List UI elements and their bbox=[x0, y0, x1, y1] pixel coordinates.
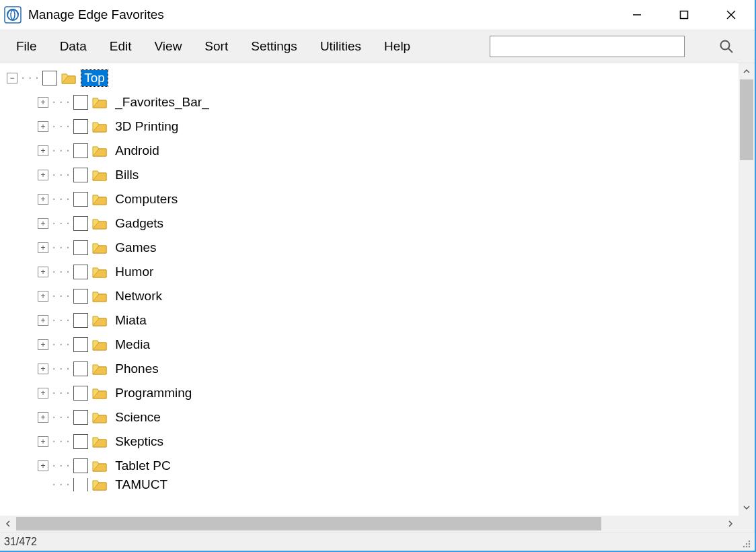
expand-toggle[interactable]: + bbox=[38, 218, 48, 229]
node-label[interactable]: Games bbox=[112, 240, 159, 256]
tree-row[interactable]: +··· Science bbox=[7, 405, 739, 429]
tree-row[interactable]: +··· Humor bbox=[7, 260, 739, 284]
checkbox[interactable] bbox=[73, 216, 88, 231]
checkbox[interactable] bbox=[73, 410, 88, 425]
node-label[interactable]: Top bbox=[81, 70, 108, 86]
tree-row[interactable]: + ··· _Favorites_Bar_ bbox=[7, 90, 739, 114]
menu-help[interactable]: Help bbox=[384, 39, 410, 54]
scroll-down-button[interactable] bbox=[739, 499, 755, 516]
tree-row[interactable]: +··· Android bbox=[7, 139, 739, 163]
expand-toggle[interactable]: + bbox=[38, 364, 48, 374]
node-label[interactable]: TAMUCT bbox=[112, 478, 170, 491]
checkbox[interactable] bbox=[73, 458, 88, 473]
menu-settings[interactable]: Settings bbox=[251, 39, 297, 54]
search-input[interactable] bbox=[490, 36, 685, 57]
expand-toggle[interactable]: + bbox=[38, 388, 48, 399]
node-label[interactable]: Phones bbox=[112, 361, 161, 377]
scroll-thumb[interactable] bbox=[16, 517, 601, 530]
expand-toggle[interactable]: + bbox=[38, 97, 48, 108]
node-label[interactable]: Computers bbox=[112, 191, 180, 207]
title-bar: Manage Edge Favorites bbox=[0, 0, 755, 30]
node-label[interactable]: Bills bbox=[112, 167, 141, 183]
node-label[interactable]: Android bbox=[112, 143, 162, 159]
folder-icon bbox=[92, 193, 107, 206]
checkbox[interactable] bbox=[73, 143, 88, 158]
node-label[interactable]: Skeptics bbox=[112, 434, 166, 450]
checkbox[interactable] bbox=[73, 289, 88, 304]
checkbox[interactable] bbox=[73, 240, 88, 255]
maximize-button[interactable] bbox=[660, 0, 708, 30]
scroll-right-button[interactable] bbox=[722, 516, 739, 532]
checkbox[interactable] bbox=[73, 478, 88, 491]
expand-toggle[interactable]: + bbox=[38, 436, 48, 447]
tree-row[interactable]: +··· Network bbox=[7, 284, 739, 308]
node-label[interactable]: Humor bbox=[112, 264, 156, 280]
menu-data[interactable]: Data bbox=[60, 39, 87, 54]
expand-toggle[interactable]: + bbox=[38, 242, 48, 253]
scroll-thumb[interactable] bbox=[740, 79, 753, 160]
search-button[interactable] bbox=[712, 32, 741, 61]
node-label[interactable]: Network bbox=[112, 288, 165, 304]
checkbox[interactable] bbox=[73, 313, 88, 328]
checkbox[interactable] bbox=[42, 71, 57, 85]
checkbox[interactable] bbox=[73, 361, 88, 376]
scroll-up-button[interactable] bbox=[739, 63, 755, 79]
checkbox[interactable] bbox=[73, 265, 88, 279]
node-label[interactable]: _Favorites_Bar_ bbox=[112, 94, 211, 110]
expand-toggle[interactable]: + bbox=[38, 267, 48, 277]
tree-row[interactable]: +··· Tablet PC bbox=[7, 454, 739, 478]
checkbox[interactable] bbox=[73, 119, 88, 134]
expand-toggle[interactable]: + bbox=[38, 121, 48, 132]
window-title: Manage Edge Favorites bbox=[28, 7, 164, 22]
node-label[interactable]: Programming bbox=[112, 385, 194, 401]
checkbox[interactable] bbox=[73, 168, 88, 182]
scroll-track[interactable] bbox=[16, 516, 722, 532]
node-label[interactable]: Media bbox=[112, 337, 153, 353]
tree-row-root[interactable]: − ··· Top bbox=[7, 66, 739, 90]
close-button[interactable] bbox=[708, 0, 755, 30]
tree-row[interactable]: +··· Games bbox=[7, 236, 739, 260]
expand-toggle[interactable]: + bbox=[38, 194, 48, 205]
checkbox[interactable] bbox=[73, 95, 88, 110]
menu-utilities[interactable]: Utilities bbox=[320, 39, 361, 54]
tree-viewport[interactable]: − ··· Top + ··· _Favorites_Bar_ +··· 3D … bbox=[0, 63, 739, 516]
menu-view[interactable]: View bbox=[155, 39, 182, 54]
expand-toggle[interactable]: + bbox=[38, 412, 48, 423]
expand-toggle[interactable]: + bbox=[38, 460, 48, 471]
checkbox[interactable] bbox=[73, 192, 88, 207]
node-label[interactable]: Gadgets bbox=[112, 215, 166, 232]
scroll-track[interactable] bbox=[739, 79, 755, 499]
collapse-toggle[interactable]: − bbox=[7, 73, 17, 83]
tree-row[interactable]: +··· 3D Printing bbox=[7, 114, 739, 139]
checkbox[interactable] bbox=[73, 337, 88, 352]
node-label[interactable]: Miata bbox=[112, 312, 149, 329]
expand-toggle[interactable]: + bbox=[38, 315, 48, 326]
tree-row[interactable]: +··· Phones bbox=[7, 357, 739, 381]
menu-sort[interactable]: Sort bbox=[204, 39, 228, 54]
node-label[interactable]: Tablet PC bbox=[112, 458, 173, 474]
checkbox[interactable] bbox=[73, 434, 88, 449]
checkbox[interactable] bbox=[73, 386, 88, 401]
scroll-left-button[interactable] bbox=[0, 516, 16, 532]
tree-row[interactable]: +··· Computers bbox=[7, 187, 739, 211]
tree-row[interactable]: +··· Skeptics bbox=[7, 429, 739, 454]
menu-edit[interactable]: Edit bbox=[110, 39, 132, 54]
resize-grip[interactable] bbox=[739, 536, 751, 548]
tree-connector: ··· bbox=[48, 460, 73, 471]
tree-row[interactable]: +··· Bills bbox=[7, 163, 739, 187]
menu-file[interactable]: File bbox=[16, 39, 37, 54]
tree-row[interactable]: +··· Media bbox=[7, 333, 739, 357]
expand-toggle[interactable]: + bbox=[38, 145, 48, 156]
minimize-button[interactable] bbox=[613, 0, 660, 30]
horizontal-scrollbar[interactable] bbox=[0, 516, 739, 532]
tree-row[interactable]: +··· Programming bbox=[7, 381, 739, 405]
node-label[interactable]: 3D Printing bbox=[112, 118, 181, 135]
expand-toggle[interactable]: + bbox=[38, 339, 48, 350]
tree-row[interactable]: +··· Gadgets bbox=[7, 211, 739, 236]
tree-row[interactable]: +··· TAMUCT bbox=[7, 478, 739, 491]
vertical-scrollbar[interactable] bbox=[739, 63, 755, 516]
node-label[interactable]: Science bbox=[112, 409, 163, 425]
expand-toggle[interactable]: + bbox=[38, 291, 48, 302]
expand-toggle[interactable]: + bbox=[38, 170, 48, 180]
tree-row[interactable]: +··· Miata bbox=[7, 308, 739, 333]
